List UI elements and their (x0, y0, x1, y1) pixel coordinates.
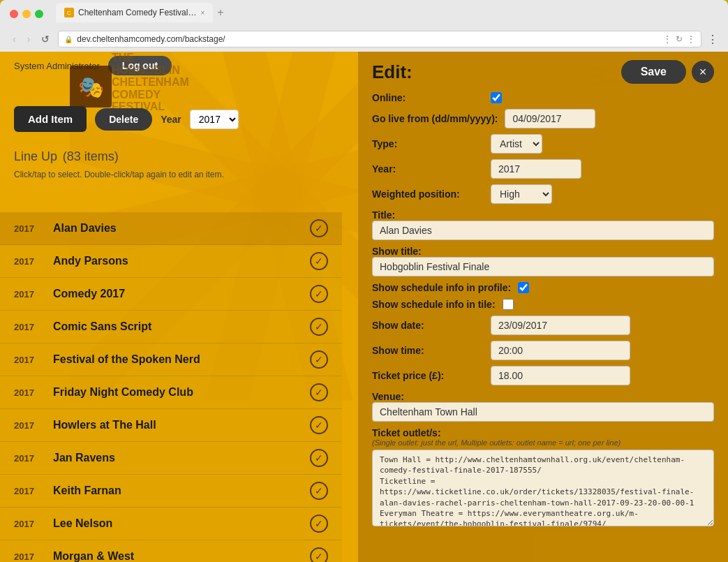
save-button[interactable]: Save (621, 60, 686, 84)
item-year: 2017 (14, 223, 42, 234)
item-name: Morgan & West (53, 550, 299, 562)
online-label: Online: (372, 92, 484, 103)
type-label: Type: (372, 138, 484, 149)
list-item[interactable]: 2017Friday Night Comedy Club✓ (0, 376, 342, 409)
item-year: 2017 (14, 453, 42, 464)
refresh-icon[interactable]: ↻ (676, 34, 683, 44)
list-item[interactable]: 2017Jan Ravens✓ (0, 442, 342, 475)
minimize-traffic-light[interactable] (22, 10, 31, 18)
type-select[interactable]: Artist Show Event (491, 134, 542, 154)
item-checkmark: ✓ (310, 416, 328, 434)
tab-close-btn[interactable]: × (200, 9, 205, 17)
go-live-input[interactable] (505, 109, 595, 128)
bookmark-icon[interactable]: ⋮ (663, 34, 671, 44)
item-checkmark: ✓ (310, 318, 328, 336)
back-button[interactable]: ‹ (10, 32, 19, 46)
lineup-title: Line Up (83 items) (0, 138, 342, 168)
show-date-input[interactable] (491, 316, 630, 335)
list-item[interactable]: 2017Keith Farnan✓ (0, 475, 342, 508)
year-edit-label: Year: (372, 163, 484, 175)
list-item[interactable]: 2017Alan Davies✓ (0, 212, 342, 245)
item-year: 2017 (14, 387, 42, 398)
item-checkmark: ✓ (310, 515, 328, 533)
forward-button[interactable]: › (24, 32, 34, 46)
item-checkmark: ✓ (310, 219, 328, 237)
ticket-hint: (Single outlet: just the url, Multiple o… (372, 438, 714, 447)
left-panel: THE HOBGOBLIN CHELTENHAM COMEDY FESTIVAL… (0, 52, 342, 562)
list-item[interactable]: 2017Morgan & West✓ (0, 540, 342, 562)
type-row: Type: Artist Show Event (372, 134, 714, 154)
venue-input[interactable] (372, 402, 714, 422)
list-item[interactable]: 2017Comedy 2017✓ (0, 278, 342, 311)
year-label: Year (161, 114, 181, 125)
item-name: Lee Nelson (53, 517, 299, 530)
new-tab-button[interactable]: + (213, 6, 228, 19)
tab-favicon: C (64, 8, 74, 17)
item-name: Comic Sans Script (53, 320, 299, 333)
active-tab[interactable]: C Cheltenham Comedy Festival… × (56, 3, 213, 22)
schedule-tile-checkbox[interactable] (503, 299, 514, 310)
browser-chrome: C Cheltenham Comedy Festival… × + ‹ › ↺ … (0, 0, 728, 52)
item-checkmark: ✓ (310, 547, 328, 562)
list-item[interactable]: 2017Comic Sans Script✓ (0, 311, 342, 343)
fullscreen-traffic-light[interactable] (35, 10, 43, 18)
schedule-profile-checkbox[interactable] (518, 282, 529, 293)
schedule-tile-label: Show schedule info in tile: (372, 299, 496, 310)
close-button[interactable]: × (692, 61, 714, 83)
item-year: 2017 (14, 289, 42, 300)
show-date-label: Show date: (372, 320, 484, 331)
edit-panel: Edit: Save × Online: Go live from (dd/mm… (358, 52, 728, 562)
title-row: Title: (372, 209, 714, 240)
ticket-price-row: Ticket price (£): (372, 366, 714, 385)
item-year: 2017 (14, 322, 42, 332)
edit-title: Edit: (372, 61, 413, 83)
item-name: Festival of the Spoken Nerd (53, 353, 299, 366)
show-date-row: Show date: (372, 316, 714, 335)
year-input[interactable] (491, 159, 581, 179)
item-checkmark: ✓ (310, 350, 328, 369)
lock-icon: 🔒 (64, 36, 73, 43)
show-title-input[interactable] (372, 257, 714, 276)
list-item[interactable]: 2017Andy Parsons✓ (0, 245, 342, 278)
browser-menu-button[interactable]: ⋮ (707, 33, 718, 46)
main-content: System Administrator Log out Backstage T… (0, 52, 728, 562)
ticket-outlet-row: Ticket outlet/s: (Single outlet: just th… (372, 427, 714, 529)
close-traffic-light[interactable] (10, 10, 18, 18)
schedule-profile-row: Show schedule info in profile: (372, 282, 714, 293)
item-name: Comedy 2017 (53, 288, 299, 300)
toolbar: Add Item Delete Year 2017 2016 2015 (0, 101, 342, 138)
item-name: Jan Ravens (53, 452, 299, 464)
weighted-position-select[interactable]: High Medium Low (491, 184, 552, 204)
title-label: Title: (372, 209, 714, 221)
list-item[interactable]: 2017Festival of the Spoken Nerd✓ (0, 343, 342, 376)
menu-icon[interactable]: ⋮ (687, 34, 695, 44)
list-item[interactable]: 2017Howlers at The Hall✓ (0, 409, 342, 442)
list-item[interactable]: 2017Lee Nelson✓ (0, 508, 342, 540)
tab-bar: C Cheltenham Comedy Festival… × + (56, 3, 228, 22)
item-name: Alan Davies (53, 222, 299, 235)
item-checkmark: ✓ (310, 482, 328, 500)
item-name: Howlers at The Hall (53, 419, 299, 431)
weighted-position-row: Weighted position: High Medium Low (372, 184, 714, 204)
go-live-row: Go live from (dd/mm/yyyy): (372, 109, 714, 128)
address-bar[interactable]: 🔒 dev.cheltenhamcomedy.com/backstage/ ⋮ … (58, 31, 701, 47)
refresh-button[interactable]: ↺ (38, 32, 52, 46)
ticket-outlet-textarea[interactable]: Town Hall = http://www.cheltenhamtownhal… (372, 450, 714, 526)
show-time-input[interactable] (491, 341, 630, 360)
online-checkbox[interactable] (491, 92, 502, 103)
edit-header-buttons: Save × (621, 60, 714, 84)
item-name: Friday Night Comedy Club (53, 386, 299, 399)
list-container[interactable]: 2017Alan Davies✓2017Andy Parsons✓2017Com… (0, 212, 342, 562)
year-select[interactable]: 2017 2016 2015 (190, 110, 239, 129)
item-year: 2017 (14, 552, 42, 562)
item-checkmark: ✓ (310, 285, 328, 303)
year-row: Year: (372, 159, 714, 179)
lineup-heading: Line Up (83 items) (14, 143, 328, 165)
ticket-price-input[interactable] (491, 366, 630, 385)
tab-title: Cheltenham Comedy Festival… (78, 8, 196, 17)
delete-button[interactable]: Delete (95, 108, 152, 131)
title-input[interactable] (372, 221, 714, 240)
add-item-button[interactable]: Add Item (14, 106, 87, 132)
lineup-count: (83 items) (63, 149, 119, 163)
item-year: 2017 (14, 256, 42, 267)
